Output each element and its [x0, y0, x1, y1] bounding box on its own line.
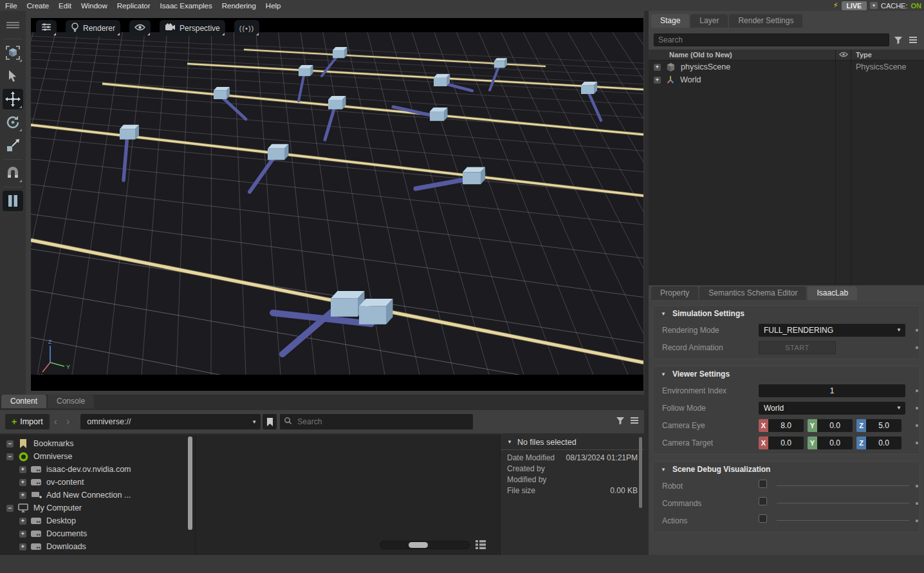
commands-checkbox[interactable] — [759, 497, 767, 505]
section-header[interactable]: ▼Viewer Settings — [653, 366, 919, 382]
content-search-input[interactable] — [296, 417, 469, 427]
live-button[interactable]: LIVE — [842, 1, 867, 10]
follow-mode-dropdown[interactable]: World▼ — [759, 402, 905, 415]
expand-icon[interactable]: + — [19, 492, 26, 499]
property-state-dot[interactable] — [916, 442, 918, 444]
tree-item-desktop[interactable]: +Desktop — [0, 514, 196, 527]
property-state-dot[interactable] — [916, 407, 918, 409]
y-value-field[interactable]: 0.0 — [817, 437, 853, 449]
section-header[interactable]: ▼Scene Debug Visualization — [653, 462, 919, 477]
property-state-dot[interactable] — [916, 520, 918, 522]
collapse-icon[interactable]: − — [6, 505, 14, 512]
thumbnail-size-slider[interactable] — [380, 541, 470, 549]
viewport-settings-button[interactable] — [36, 20, 57, 36]
forward-button[interactable]: › — [66, 417, 69, 427]
section-header[interactable]: ▼Simulation Settings — [653, 306, 919, 321]
tab-console[interactable]: Console — [48, 395, 94, 408]
rendering-mode-dropdown[interactable]: FULL_RENDERING▼ — [759, 324, 905, 337]
expand-icon[interactable]: + — [19, 518, 26, 525]
actions-checkbox[interactable] — [759, 514, 767, 523]
tab-property[interactable]: Property — [651, 286, 698, 300]
tree-item-bookmarks[interactable]: −Bookmarks — [0, 437, 196, 450]
tab-semantics-schema-editor[interactable]: Semantics Schema Editor — [699, 286, 806, 300]
property-state-dot[interactable] — [916, 485, 918, 487]
stage-row-World[interactable]: +World — [649, 73, 924, 86]
property-state-dot[interactable] — [916, 329, 918, 332]
menu-isaac-examples[interactable]: Isaac Examples — [160, 2, 212, 10]
property-state-dot[interactable] — [916, 346, 918, 349]
frame-select-tool-button[interactable] — [3, 42, 23, 63]
details-scrollbar[interactable] — [639, 437, 642, 508]
menu-file[interactable]: File — [5, 2, 17, 10]
z-value-field[interactable]: 5.0 — [866, 419, 901, 432]
tab-layer[interactable]: Layer — [690, 14, 728, 28]
expand-icon[interactable]: + — [654, 64, 661, 71]
list-view-toggle-icon[interactable] — [475, 540, 486, 552]
file-grid[interactable] — [196, 435, 500, 555]
tab-stage[interactable]: Stage — [651, 14, 689, 28]
tree-item-isaac-dev-ov-nvidia-com[interactable]: +isaac-dev.ov.nvidia.com — [0, 463, 196, 476]
tree-item-my-computer[interactable]: −My Computer — [0, 502, 196, 514]
expand-icon[interactable]: + — [19, 466, 26, 473]
stage-search-input[interactable] — [654, 33, 889, 46]
back-button[interactable]: ‹ — [54, 417, 57, 427]
collapse-icon[interactable]: − — [6, 453, 14, 460]
tab-isaaclab[interactable]: IsaacLab — [808, 286, 857, 300]
pause-tool-button[interactable] — [3, 191, 23, 211]
snap-tool-button[interactable] — [3, 163, 23, 183]
tab-content[interactable]: Content — [1, 395, 46, 408]
expand-icon[interactable]: + — [654, 77, 661, 84]
tree-item-omniverse[interactable]: −Omniverse — [0, 450, 196, 463]
content-options-icon[interactable] — [630, 417, 639, 427]
property-state-dot[interactable] — [916, 424, 918, 427]
menu-window[interactable]: Window — [81, 2, 107, 10]
start-button[interactable]: START — [759, 341, 836, 354]
environment-index-field[interactable]: 1 — [759, 384, 905, 397]
z-value-field[interactable]: 0.0 — [866, 437, 901, 449]
path-input[interactable] — [80, 417, 234, 426]
move-tool-button[interactable] — [3, 89, 23, 109]
expand-icon[interactable]: + — [19, 479, 26, 486]
property-state-dot[interactable] — [916, 390, 918, 392]
slider-thumb[interactable] — [409, 542, 428, 548]
menu-edit[interactable]: Edit — [59, 2, 71, 10]
content-filter-icon[interactable] — [616, 417, 625, 427]
robot-checkbox[interactable] — [759, 480, 767, 488]
viewport[interactable]: ZYX Renderer Perspective ((•)) — [31, 18, 643, 391]
expand-icon[interactable]: + — [19, 531, 26, 538]
stage-options-icon[interactable] — [907, 34, 919, 46]
stage-filter-icon[interactable] — [892, 34, 904, 46]
tree-item-downloads[interactable]: +Downloads — [0, 540, 196, 553]
x-value-field[interactable]: 8.0 — [768, 419, 804, 432]
scale-tool-button[interactable] — [3, 135, 23, 156]
menu-tool-button[interactable] — [3, 15, 23, 35]
stage-row-physicsScene[interactable]: +physicsScenePhysicsScene — [649, 61, 924, 73]
camera-menu-button[interactable]: Perspective — [160, 20, 225, 36]
tree-item-add-new-connection-[interactable]: +Add New Connection ... — [0, 489, 196, 502]
details-header[interactable]: ▼ No files selected — [501, 435, 644, 450]
path-dropdown-icon[interactable]: ▼ — [252, 419, 257, 425]
import-button[interactable]: + Import — [5, 414, 50, 429]
rotate-tool-button[interactable] — [3, 112, 23, 133]
y-value-field[interactable]: 0.0 — [817, 419, 853, 432]
property-state-dot[interactable] — [916, 502, 918, 505]
tree-item-documents[interactable]: +Documents — [0, 527, 196, 540]
x-value-field[interactable]: 0.0 — [768, 437, 804, 449]
expand-icon[interactable]: + — [19, 543, 26, 550]
select-tool-button[interactable] — [3, 66, 23, 86]
menu-replicator[interactable]: Replicator — [117, 2, 151, 10]
menu-help[interactable]: Help — [266, 2, 281, 10]
3d-scene[interactable]: ZYX — [31, 18, 643, 391]
bookmark-button[interactable] — [263, 414, 277, 429]
live-dropdown-button[interactable]: ▾ — [870, 2, 878, 9]
visibility-menu-button[interactable] — [129, 20, 151, 36]
tab-render-settings[interactable]: Render Settings — [729, 14, 802, 28]
tree-scrollbar[interactable] — [188, 437, 192, 530]
renderer-menu-button[interactable]: Renderer — [66, 20, 120, 36]
menu-create[interactable]: Create — [27, 2, 50, 10]
menu-rendering[interactable]: Rendering — [222, 2, 256, 10]
column-type[interactable]: Type — [856, 51, 872, 59]
tree-item-ov-content[interactable]: +ov-content — [0, 476, 196, 489]
sync-menu-button[interactable]: ((•)) — [234, 20, 260, 36]
collapse-icon[interactable]: − — [6, 440, 14, 447]
